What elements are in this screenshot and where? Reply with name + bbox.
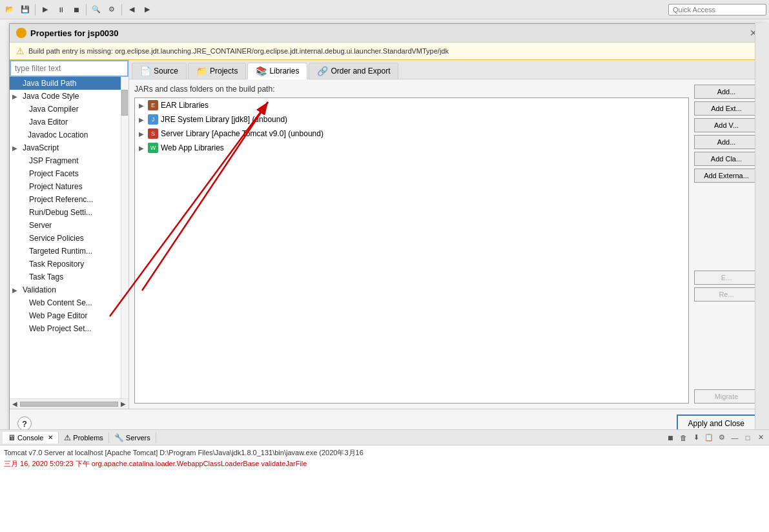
toolbar-btn-5[interactable]: ⏹ <box>69 3 83 17</box>
toolbar-btn-4[interactable]: ⏸ <box>54 3 68 17</box>
quick-access-input[interactable] <box>668 4 766 15</box>
toolbar-btn-1[interactable]: 📂 <box>3 3 17 17</box>
main-toolbar: 📂 💾 ▶ ⏸ ⏹ 🔍 ⚙ ◀ ▶ <box>0 0 769 19</box>
toolbar-btn-9[interactable]: ▶ <box>140 3 154 17</box>
toolbar-sep-1 <box>35 4 36 15</box>
toolbar-btn-6[interactable]: 🔍 <box>89 3 103 17</box>
toolbar-btn-8[interactable]: ◀ <box>125 3 139 17</box>
toolbar-sep-3 <box>121 4 122 15</box>
toolbar-btn-7[interactable]: ⚙ <box>105 3 119 17</box>
toolbar-sep-2 <box>86 4 87 15</box>
toolbar-btn-2[interactable]: 💾 <box>18 3 32 17</box>
toolbar-btn-3[interactable]: ▶ <box>38 3 52 17</box>
